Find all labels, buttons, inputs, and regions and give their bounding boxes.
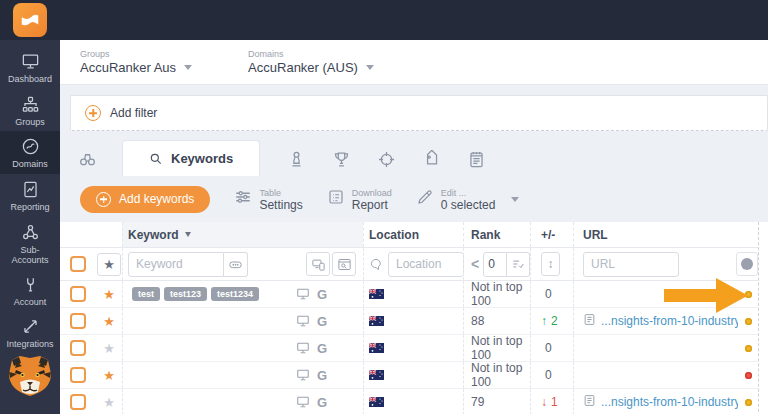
rank-header-label: Rank <box>471 228 500 242</box>
browser-search-icon <box>337 257 352 272</box>
sidebar-item-sub-accounts[interactable]: Sub-Accounts <box>0 217 60 269</box>
tab-notes[interactable] <box>454 142 499 176</box>
location-filter-input[interactable] <box>388 252 464 277</box>
ranking-url-link[interactable]: ...nsights-from-10-industry-experts <box>601 314 738 328</box>
context-header: Groups AccuRanker Aus Domains AccuRanker… <box>60 40 768 85</box>
change-arrow-icon: ↑ <box>541 314 547 328</box>
row-checkbox[interactable] <box>70 313 86 329</box>
keyword-tag[interactable]: test <box>132 287 160 301</box>
domains-dropdown[interactable]: Domains AccuRanker (AUS) <box>248 49 374 75</box>
plus-circle-icon <box>85 105 101 121</box>
sidebar-label: Account <box>14 297 47 307</box>
tab-competitors[interactable] <box>274 142 319 176</box>
tag-icon <box>422 150 441 169</box>
header-checkbox-cell <box>60 222 96 247</box>
desktop-device-icon[interactable] <box>296 341 310 355</box>
rank-filter-options-icon[interactable] <box>507 252 530 277</box>
desktop-device-icon[interactable] <box>296 395 310 409</box>
report-document-icon <box>20 180 40 199</box>
dashboard-monitor-icon <box>20 52 40 71</box>
pencil-icon <box>416 188 434 210</box>
ranking-url-link[interactable]: ...nsights-from-10-industry-experts <box>601 395 738 409</box>
sidebar-label: Domains <box>12 159 48 169</box>
top-bar <box>0 0 768 40</box>
url-filter-input[interactable] <box>583 252 679 277</box>
keyword-row: ★ G 88 ↑2 <box>60 308 758 335</box>
google-engine-icon[interactable]: G <box>317 341 327 356</box>
column-header-location[interactable]: Location <box>363 222 463 247</box>
rank-filter-input[interactable] <box>483 252 507 277</box>
status-dot[interactable] <box>745 372 752 379</box>
sidebar-item-integrations[interactable]: Integrations <box>0 311 60 354</box>
status-dot-filter-button[interactable] <box>736 252 758 276</box>
sidebar-label: Sub-Accounts <box>4 245 56 265</box>
row-checkbox[interactable] <box>70 367 86 383</box>
favorite-star[interactable]: ★ <box>103 342 115 355</box>
keyword-header-label: Keyword <box>128 228 179 242</box>
google-engine-icon[interactable]: G <box>317 287 327 302</box>
rank-operator-button[interactable]: < <box>471 256 479 272</box>
google-engine-icon[interactable]: G <box>317 395 327 410</box>
favorite-star[interactable]: ★ <box>103 369 115 382</box>
sidebar-item-groups[interactable]: Groups <box>0 89 60 132</box>
groups-dropdown[interactable]: Groups AccuRanker Aus <box>80 49 192 75</box>
favorite-star[interactable]: ★ <box>103 315 115 328</box>
download-report-button[interactable]: Download Report <box>327 187 392 211</box>
change-header-label: +/- <box>541 228 555 242</box>
tab-overview[interactable] <box>64 142 110 176</box>
keyword-tag[interactable]: test123 <box>164 287 207 301</box>
sidebar-item-account[interactable]: Account <box>0 269 60 312</box>
org-chart-icon <box>20 95 40 114</box>
add-filter-button[interactable]: Add filter <box>70 95 768 131</box>
chevron-down-icon <box>184 65 192 70</box>
sidebar-item-domains[interactable]: Domains <box>0 131 60 174</box>
tab-bar: Keywords <box>60 140 768 176</box>
change-value: 0 <box>545 368 552 382</box>
tab-tags[interactable] <box>409 142 454 176</box>
accuranker-logo[interactable] <box>13 3 47 37</box>
device-filter-button[interactable] <box>306 252 330 276</box>
search-engine-filter-button[interactable] <box>332 252 356 276</box>
domains-dropdown-value: AccuRanker (AUS) <box>248 60 358 75</box>
row-checkbox[interactable] <box>70 340 86 356</box>
star-filter-button[interactable]: ★ <box>97 253 121 276</box>
google-engine-icon[interactable]: G <box>317 368 327 383</box>
change-arrow-icon: ↓ <box>541 395 547 409</box>
keyword-tag[interactable]: test1234 <box>211 287 259 301</box>
row-checkbox[interactable] <box>70 286 86 302</box>
status-dot[interactable] <box>745 345 752 352</box>
column-header-keyword[interactable]: Keyword <box>122 222 363 247</box>
column-header-rank[interactable]: Rank <box>463 222 530 247</box>
tab-rankings[interactable] <box>319 142 364 176</box>
column-header-url[interactable]: URL <box>573 222 738 247</box>
rank-value: Not in top 100 <box>471 334 530 362</box>
sidebar-item-reporting[interactable]: Reporting <box>0 174 60 217</box>
edit-selected-dropdown[interactable]: Edit ... 0 selected <box>416 187 520 211</box>
desktop-device-icon[interactable] <box>296 287 310 301</box>
tab-landing-pages[interactable] <box>364 142 409 176</box>
sidebar-label: Dashboard <box>8 74 52 84</box>
australia-flag-icon <box>369 289 384 299</box>
select-all-checkbox[interactable] <box>70 256 86 272</box>
change-sort-button[interactable]: ↕ <box>541 252 560 276</box>
google-engine-icon[interactable]: G <box>317 314 327 329</box>
tiger-mascot[interactable] <box>7 354 53 402</box>
row-checkbox[interactable] <box>70 394 86 410</box>
desktop-device-icon[interactable] <box>296 314 310 328</box>
status-dot[interactable] <box>745 399 752 406</box>
keyword-filter-input[interactable] <box>128 252 224 277</box>
sidebar-label: Groups <box>15 117 45 127</box>
sidebar-item-dashboard[interactable]: Dashboard <box>0 46 60 89</box>
groups-dropdown-label: Groups <box>80 49 192 59</box>
binoculars-icon <box>78 150 97 169</box>
desktop-device-icon[interactable] <box>296 368 310 382</box>
column-header-change[interactable]: +/- <box>530 222 573 247</box>
australia-flag-icon <box>369 397 384 407</box>
keyword-filter-options-icon[interactable] <box>224 252 248 277</box>
add-keywords-button[interactable]: Add keywords <box>80 186 210 213</box>
table-settings-button[interactable]: Table Settings <box>234 187 302 211</box>
favorite-star[interactable]: ★ <box>103 288 115 301</box>
status-dot[interactable] <box>745 318 752 325</box>
tab-keywords[interactable]: Keywords <box>122 140 260 176</box>
favorite-star[interactable]: ★ <box>103 396 115 409</box>
